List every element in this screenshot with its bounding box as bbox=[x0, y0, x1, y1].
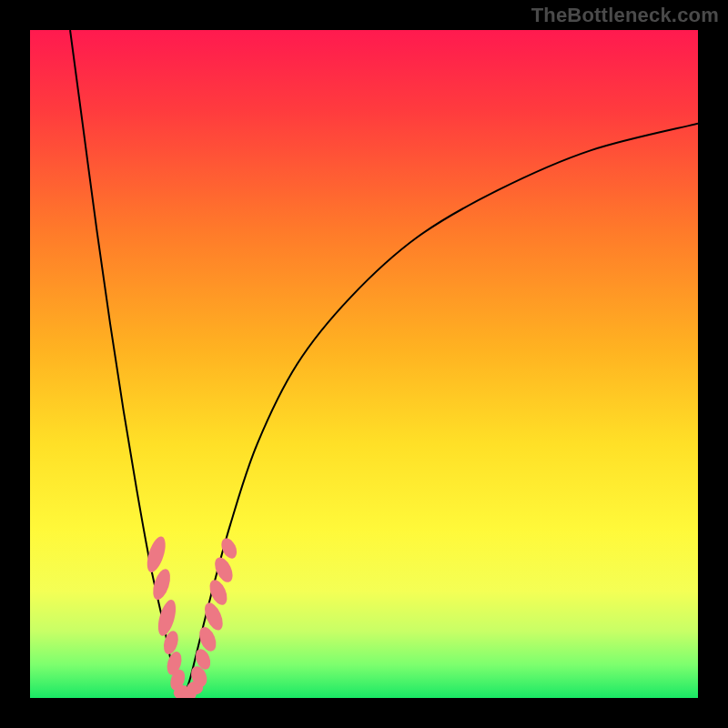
chart-frame: TheBottleneck.com bbox=[0, 0, 728, 728]
gradient-background bbox=[30, 30, 698, 698]
bottleneck-chart bbox=[0, 0, 728, 728]
watermark-text: TheBottleneck.com bbox=[531, 4, 719, 27]
